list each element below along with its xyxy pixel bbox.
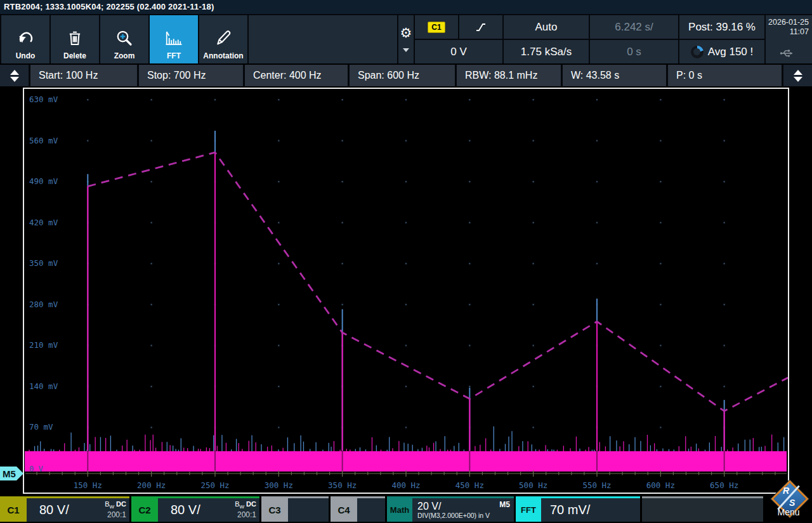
channel-c2-bandwidth-coupling: BW DC (235, 500, 256, 508)
math-scale: 20 V/ (417, 501, 441, 512)
trigger-mode-cell[interactable]: Auto (504, 15, 589, 39)
timebase-cell[interactable]: 6.242 s/ (590, 15, 678, 39)
svg-text:350 mV: 350 mV (29, 258, 58, 268)
acquisition-cell[interactable]: Avg 150 ! (679, 40, 764, 63)
channel-c3-section[interactable]: C3 (261, 496, 329, 522)
fft-rbw-cell[interactable]: RBW: 88.1 mHz (457, 65, 561, 86)
magnifier-plus-icon (115, 26, 134, 48)
channel-c4-section[interactable]: C4 (331, 496, 385, 522)
svg-text:210 mV: 210 mV (29, 340, 58, 350)
gear-icon: ⚙ (400, 27, 412, 39)
marker-m5-flag[interactable]: M5 (0, 467, 23, 480)
channel-c3-badge[interactable]: C3 (261, 498, 288, 522)
svg-text:140 mV: 140 mV (29, 381, 58, 391)
zoom-label: Zoom (114, 51, 135, 60)
fft-scale: 70 mV/ (550, 503, 590, 517)
fft-span-cell[interactable]: Span: 600 Hz (350, 65, 455, 86)
fft-position-cell[interactable]: P: 0 s (668, 65, 782, 86)
fft-position-value: P: 0 s (676, 70, 702, 81)
channel-c1-probe-ratio: 200:1 (105, 511, 126, 519)
fft-start-value: Start: 100 Hz (39, 70, 98, 81)
trigger-level-cell[interactable]: 0 V (415, 40, 502, 63)
post-trigger-cell[interactable]: Post: 39.16 % (679, 15, 764, 39)
trigger-mode-value: Auto (535, 21, 558, 34)
math-expression: DIV(M3,2.000E+00) in V (417, 512, 490, 520)
status-grid: C1 Auto 6.242 s/ Post: 39.16 % (415, 15, 764, 63)
svg-text:0 V: 0 V (29, 465, 43, 473)
trigger-source-cell[interactable]: C1 (415, 15, 458, 39)
channel-c1-bandwidth-coupling: BW DC (105, 500, 126, 508)
fft-settings-row: Start: 100 Hz Stop: 700 Hz Center: 400 H… (0, 65, 812, 86)
undo-button[interactable]: Undo (1, 15, 49, 63)
svg-text:600 Hz: 600 Hz (646, 480, 675, 490)
svg-text:150 Hz: 150 Hz (74, 480, 102, 490)
timebase-value: 6.242 s/ (615, 21, 653, 34)
fft-plot-svg: 0 V150 Hz200 Hz250 Hz300 Hz350 Hz400 Hz4… (24, 89, 788, 493)
fft-span-value: Span: 600 Hz (358, 70, 419, 81)
plot-area: 0 V150 Hz200 Hz250 Hz300 Hz350 Hz400 Hz4… (0, 86, 812, 495)
channel-c1-section[interactable]: C1 80 V/ BW DC 200:1 (0, 496, 129, 522)
svg-text:350 Hz: 350 Hz (328, 480, 357, 490)
datetime-panel: 2026-01-25 11:07 (766, 15, 812, 63)
svg-text:630 mV: 630 mV (29, 95, 58, 104)
trigger-source-badge: C1 (428, 22, 445, 33)
svg-text:500 Hz: 500 Hz (519, 480, 547, 490)
svg-text:200 Hz: 200 Hz (137, 480, 166, 490)
svg-text:490 mV: 490 mV (29, 176, 58, 186)
channel-c2-probe-ratio: 200:1 (235, 511, 256, 519)
usb-icon (779, 48, 796, 58)
delete-button[interactable]: Delete (51, 15, 99, 63)
trash-icon (66, 26, 84, 48)
channel-c4-badge[interactable]: C4 (331, 498, 357, 522)
svg-text:70 mV: 70 mV (29, 422, 53, 432)
channel-math-badge[interactable]: Math (387, 498, 412, 522)
fft-button[interactable]: FFT (150, 15, 198, 63)
date-value: 2026-01-25 (768, 18, 809, 27)
svg-text:400 Hz: 400 Hz (391, 480, 420, 490)
zoom-button[interactable]: Zoom (100, 15, 148, 63)
svg-text:550 Hz: 550 Hz (582, 480, 611, 490)
svg-text:560 mV: 560 mV (29, 136, 58, 145)
fft-center-value: Center: 400 Hz (253, 70, 322, 81)
svg-text:300 Hz: 300 Hz (265, 480, 293, 490)
fft-center-cell[interactable]: Center: 400 Hz (245, 65, 348, 86)
sample-rate-cell[interactable]: 1.75 kSa/s (504, 40, 589, 63)
channel-fft-section[interactable]: FFT 70 mV/ (516, 496, 640, 522)
fft-label: FFT (167, 51, 181, 60)
settings-gear-button[interactable]: ⚙ (398, 15, 414, 63)
channel-c2-section[interactable]: C2 80 V/ BW DC 200:1 (131, 496, 259, 522)
fft-stop-cell[interactable]: Stop: 700 Hz (139, 65, 243, 86)
annotation-label: Annotation (203, 51, 243, 60)
logo-area: RS Menu (765, 496, 812, 522)
device-title-bar: RTB2004; 1333.1005K04; 202255 (02.400 20… (0, 0, 812, 14)
undo-label: Undo (16, 51, 36, 60)
header: Undo Delete Zoom (0, 14, 812, 63)
annotation-button[interactable]: Annotation (199, 15, 247, 63)
channel-bar: C1 80 V/ BW DC 200:1 C2 80 V/ BW DC 200:… (0, 495, 812, 522)
svg-text:280 mV: 280 mV (29, 300, 58, 309)
settings-scroll-right[interactable] (783, 65, 812, 86)
trigger-slope-cell[interactable] (459, 15, 502, 39)
channel-c2-badge[interactable]: C2 (131, 498, 158, 522)
math-ref-label: M5 (499, 500, 510, 509)
svg-text:650 Hz: 650 Hz (710, 480, 738, 490)
fft-window-cell[interactable]: W: 43.58 s (563, 65, 666, 86)
horizontal-position-cell[interactable]: 0 s (590, 40, 678, 63)
pencil-icon (214, 26, 233, 48)
channel-math-section[interactable]: Math 20 V/ M5 DIV(M3,2.000E+00) in V (387, 496, 514, 522)
horizontal-position-value: 0 s (627, 46, 641, 58)
oscilloscope-screen: RTB2004; 1333.1005K04; 202255 (02.400 20… (0, 0, 812, 523)
fft-start-cell[interactable]: Start: 100 Hz (30, 65, 137, 86)
rohde-schwarz-logo: RS Menu (771, 480, 806, 515)
channel-fft-badge[interactable]: FFT (516, 498, 541, 522)
menu-button[interactable]: Menu (771, 507, 806, 517)
post-trigger-value: Post: 39.16 % (688, 21, 756, 34)
settings-scroll-left[interactable] (0, 65, 29, 86)
channel-c1-badge[interactable]: C1 (0, 498, 27, 522)
fft-display[interactable]: 0 V150 Hz200 Hz250 Hz300 Hz350 Hz400 Hz4… (23, 88, 789, 494)
trigger-level-value: 0 V (450, 46, 467, 58)
undo-icon (16, 26, 35, 48)
average-progress-icon (691, 46, 704, 58)
chevron-down-icon (403, 48, 409, 52)
svg-text:250 Hz: 250 Hz (200, 480, 229, 490)
